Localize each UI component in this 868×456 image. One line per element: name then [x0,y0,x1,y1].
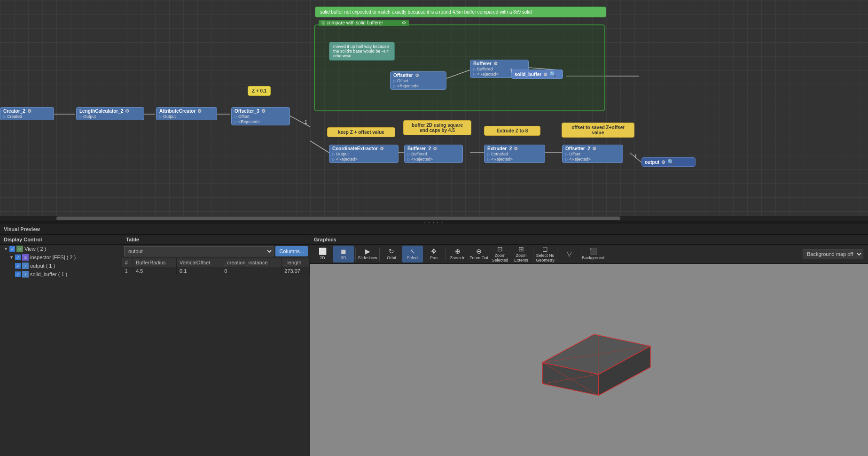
graphics-panel: Graphics ⬜ 2D ◼ 3D ▶ Slideshow [310,235,868,456]
btn-zoom-out[interactable]: ⊖ Zoom Out [469,246,489,263]
table-content[interactable]: # BufferRadius VerticalOffset _creation_… [122,258,310,456]
2d-icon: ⬜ [319,248,327,255]
offsetter3-gear[interactable]: ⚙ [261,108,266,114]
graphics-viewport[interactable] [310,264,868,456]
node-length-calc[interactable]: LengthCalculator_2 ⚙ ▷Output [76,107,144,120]
inspector-icon: G [22,254,29,261]
coord-gear[interactable]: ⚙ [380,146,384,151]
node-coord-extractor[interactable]: CoordinateExtractor ⚙ ▷Output ▷<Rejected… [329,145,399,163]
view-chevron: ▼ [4,247,8,251]
bufferer-gear[interactable]: ⚙ [493,61,498,66]
node-offsetter-inner[interactable]: Offsetter ⚙ ▷Offset ▷<Rejected> [390,71,446,90]
offsetter-gear[interactable]: ⚙ [415,73,419,78]
col-creation-instance[interactable]: _creation_instance [221,258,282,267]
annotation-z-offset: Z + 0.1 [248,86,271,96]
cell-creation-instance: 0 [221,267,282,275]
columns-button[interactable]: Columns... [275,246,308,256]
inspector-label: inspector [FFS] ( 2 ) [30,255,76,260]
length-gear[interactable]: ⚙ [125,108,129,114]
graphics-header: Graphics [310,235,868,245]
canvas-scrollbar-thumb[interactable] [56,216,620,220]
btn-3d[interactable]: ◼ 3D [333,246,354,263]
node-output[interactable]: output ⚙ 🔍 [641,157,696,167]
annotation-buffer-2d: buffer 2D using square end caps by 4.5 [403,120,471,135]
view-icon: V [16,246,23,252]
tree-item-solid-buffer[interactable]: ✓ I solid_buffer ( 1 ) [0,270,122,278]
btn-zoom-selected[interactable]: ⊡ Zoom Selected [490,246,510,263]
output-icon: I [22,263,29,269]
btn-2d[interactable]: ⬜ 2D [312,246,333,263]
btn-slideshow[interactable]: ▶ Slideshow [357,246,378,263]
btn-zoom-in[interactable]: ⊕ Zoom In [447,246,468,263]
annotation-keep-z: keep Z + offset value [327,127,395,137]
node-attr-creator[interactable]: AttributeCreator ⚙ ▷Output [156,107,217,120]
col-vertical-offset[interactable]: VerticalOffset [177,258,221,267]
zoom-extents-icon: ⊞ [518,246,524,252]
visual-preview-tab[interactable]: Visual Preview [4,226,40,232]
select-no-geo-icon: ◻ [542,246,548,252]
table-header: Table [122,235,310,245]
output-label: output ( 1 ) [30,263,55,269]
3d-icon: ◼ [341,248,346,255]
btn-orbit[interactable]: ↻ Orbit [381,246,402,263]
table-toolbar: output Columns... [122,245,310,258]
data-table: # BufferRadius VerticalOffset _creation_… [122,258,310,275]
sep-1 [355,247,356,261]
node-solid-buffer[interactable]: solid_buffer ⚙ 🔍 [511,70,563,79]
pan-icon: ✥ [431,248,437,255]
btn-filter[interactable]: ▽ [559,246,579,263]
node-extruder-2[interactable]: Extruder_2 ⚙ ▷Extruded ▷<Rejected> [484,145,545,163]
sep-4 [533,247,533,261]
col-buffer-radius[interactable]: BufferRadius [133,258,177,267]
group-box: to compare with solid bufferer ⚙ moved i… [314,24,605,111]
inspector-checkbox[interactable]: ✓ [15,255,21,260]
cell-length: 273.07 [282,267,310,275]
row-num-1: 1 [122,267,133,275]
display-control-panel: Display Control ▼ ✓ V View ( 2 ) ▼ ✓ G i… [0,235,122,456]
attr-gear[interactable]: ⚙ [197,108,202,114]
table-feature-select[interactable]: output [124,246,274,256]
slideshow-icon: ▶ [365,248,370,255]
background-icon: ⬛ [589,248,597,255]
bufferer2-gear[interactable]: ⚙ [433,146,437,151]
table-row[interactable]: 1 4.5 0.1 0 273.07 [122,267,310,275]
btn-zoom-extents[interactable]: ⊞ Zoom Extents [511,246,532,263]
bottom-content: Display Control ▼ ✓ V View ( 2 ) ▼ ✓ G i… [0,235,868,456]
orbit-icon: ↻ [389,248,394,255]
solid-buffer-checkbox[interactable]: ✓ [15,271,21,277]
offsetter2-gear[interactable]: ⚙ [592,146,596,151]
inspector-chevron: ▼ [9,255,14,260]
3d-object-svg [505,309,674,412]
col-length[interactable]: _length [282,258,310,267]
bottom-panel: Visual Preview Display Control ▼ ✓ V Vie… [0,224,868,456]
creator-gear[interactable]: ⚙ [27,108,31,114]
graphics-toolbar: ⬜ 2D ◼ 3D ▶ Slideshow ↻ Orbit [310,245,868,264]
btn-select-no-geo[interactable]: ◻ Select No Geometry [535,246,555,263]
bg-map-select[interactable]: Background map off [803,249,863,259]
svg-line-12 [446,70,470,78]
btn-pan[interactable]: ✥ Pan [423,246,444,263]
node-creator-2[interactable]: Creator_2 ⚙ ▷Created [0,107,54,120]
btn-select[interactable]: ↖ Select [402,246,423,263]
table-panel: Table output Columns... # BufferRadius V… [122,235,310,456]
bg-map-control: Background map off [803,249,866,259]
tree-item-view[interactable]: ▼ ✓ V View ( 2 ) [0,245,122,253]
view-checkbox[interactable]: ✓ [9,246,15,252]
select-icon: ↖ [410,248,415,255]
node-offsetter-3[interactable]: Offsetter_3 ⚙ ▷Offset ▷<Rejected> [231,107,290,125]
extruder-gear[interactable]: ⚙ [514,146,518,151]
sep-3 [446,247,446,261]
tree-item-inspector[interactable]: ▼ ✓ G inspector [FFS] ( 2 ) [0,253,122,262]
zoom-selected-icon: ⊡ [497,246,503,252]
node-bufferer-2[interactable]: Bufferer_2 ⚙ ▷Buffered ▷<Rejected> [404,145,463,163]
filter-icon: ▽ [567,250,572,257]
node-offsetter-2[interactable]: Offsetter_2 ⚙ ▷Offset ▷<Rejected> [562,145,623,163]
view-label: View ( 2 ) [24,246,46,252]
canvas-scrollbar[interactable] [0,216,868,221]
tree-item-output[interactable]: ✓ I output ( 1 ) [0,262,122,270]
output-checkbox[interactable]: ✓ [15,263,21,269]
btn-background[interactable]: ⬛ Background [583,246,603,263]
info-tooltip: solid buffer not expected to match exact… [315,7,606,17]
group-box-label: to compare with solid bufferer ⚙ [319,20,409,26]
canvas-area[interactable]: solid buffer not expected to match exact… [0,0,868,216]
